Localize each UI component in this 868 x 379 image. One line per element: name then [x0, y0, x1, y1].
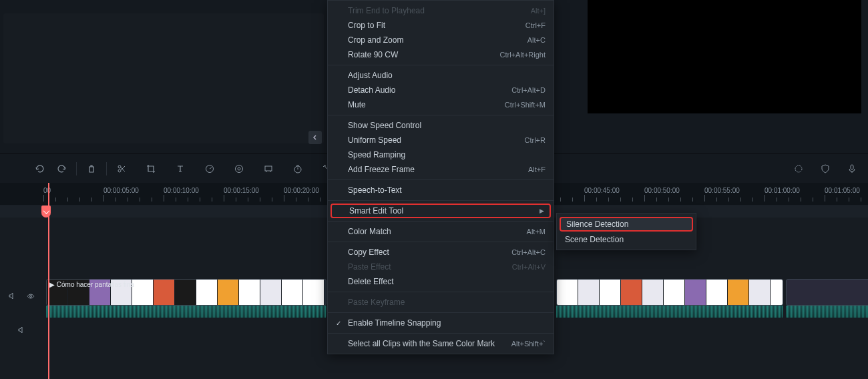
shield-icon[interactable] [816, 159, 835, 178]
ruler-mark: 00:01:00:00 [765, 187, 800, 194]
mic-icon[interactable] [843, 159, 861, 178]
menu-item-trim-end-to-playhead: Trim End to PlayheadAlt+] [328, 3, 554, 18]
menu-shortcut: Ctrl+Alt+C [511, 248, 546, 256]
video-clip-right[interactable] [556, 279, 783, 306]
submenu-item-silence-detection[interactable]: Silence Detection [560, 217, 693, 232]
menu-label: Add Freeze Frame [348, 165, 528, 174]
ruler-mark: 00:01:05:00 [825, 187, 860, 194]
ruler-mark: 00:00:05:00 [103, 187, 139, 194]
submenu-item-scene-detection[interactable]: Scene Detection [557, 232, 696, 247]
menu-label: Speed Ramping [348, 150, 546, 159]
video-clip-far[interactable] [786, 279, 868, 306]
clip-label: ▶ Cómo hacer pantallas fina [49, 281, 134, 288]
menu-item-color-match[interactable]: Color MatchAlt+M [328, 224, 554, 239]
menu-separator [328, 200, 554, 201]
menu-separator [328, 292, 554, 292]
menu-label: Trim End to Playhead [348, 6, 531, 15]
menu-shortcut: Ctrl+F [525, 21, 546, 29]
ruler-mark: 00:00:20:00 [284, 187, 319, 194]
menu-item-crop-to-fit[interactable]: Crop to FitCtrl+F [328, 18, 554, 33]
menu-item-uniform-speed[interactable]: Uniform SpeedCtrl+R [328, 133, 554, 147]
menu-shortcut: Ctrl+R [525, 136, 546, 144]
menu-label: Detach Audio [348, 85, 511, 95]
svg-point-2 [118, 169, 121, 172]
render-icon[interactable] [789, 159, 808, 178]
menu-label: Adjust Audio [348, 71, 546, 80]
svg-point-1 [118, 165, 121, 168]
menu-label: Color Match [348, 227, 527, 236]
menu-shortcut: Alt+M [527, 228, 546, 236]
menu-shortcut: Ctrl+Alt+D [511, 86, 546, 94]
preview-video[interactable] [588, 0, 861, 113]
svg-point-5 [238, 167, 240, 170]
menu-shortcut: Alt+] [531, 7, 546, 15]
menu-label: Smart Edit Tool [349, 206, 539, 216]
timer-button[interactable] [288, 159, 307, 178]
svg-point-4 [236, 165, 243, 172]
color-button[interactable] [230, 159, 248, 178]
ruler-mark: 00:00:15:00 [224, 187, 259, 194]
ruler-mark: 00:00:10:00 [164, 187, 199, 194]
menu-separator [328, 65, 554, 65]
video-clip[interactable]: ▶ Cómo hacer pantallas fina [46, 279, 327, 306]
audio-waveform[interactable] [46, 306, 327, 318]
menu-item-add-freeze-frame[interactable]: Add Freeze FrameAlt+F [328, 162, 554, 177]
menu-item-crop-and-zoom[interactable]: Crop and ZoomAlt+C [328, 33, 554, 47]
audio-mute-icon[interactable] [17, 326, 26, 334]
menu-label: Delete Effect [348, 277, 546, 286]
menu-label: Crop and Zoom [348, 35, 527, 45]
menu-label: Copy Effect [348, 248, 511, 257]
svg-rect-6 [265, 166, 272, 171]
menu-item-delete-effect[interactable]: Delete Effect [328, 274, 554, 289]
marker-button[interactable] [259, 159, 278, 178]
menu-item-detach-audio[interactable]: Detach AudioCtrl+Alt+D [328, 83, 554, 97]
menu-label: Speech-to-Text [348, 185, 546, 195]
menu-shortcut: Ctrl+Shift+M [505, 101, 546, 109]
menu-shortcut: Alt+Shift+` [511, 340, 546, 348]
menu-item-speed-ramping[interactable]: Speed Ramping [328, 147, 554, 162]
visibility-icon[interactable] [26, 292, 35, 301]
menu-label: Rotate 90 CW [348, 50, 500, 59]
menu-label: Show Speed Control [348, 121, 546, 130]
context-menu: Trim End to PlayheadAlt+]Crop to FitCtrl… [327, 0, 554, 354]
menu-separator [328, 179, 554, 180]
menu-separator [328, 115, 554, 115]
smart-edit-submenu: Silence DetectionScene Detection [556, 213, 696, 250]
menu-label: Mute [348, 100, 505, 109]
ruler-mark: 00:00:50:00 [644, 187, 680, 194]
audio-waveform-right[interactable] [556, 306, 783, 318]
menu-item-copy-effect[interactable]: Copy EffectCtrl+Alt+C [328, 245, 554, 260]
redo-button[interactable] [52, 159, 71, 178]
undo-button[interactable] [31, 159, 49, 178]
speed-dial-icon[interactable] [200, 159, 219, 178]
menu-item-rotate-90-cw[interactable]: Rotate 90 CWCtrl+Alt+Right [328, 47, 554, 62]
menu-separator [328, 312, 554, 313]
menu-shortcut: Alt+C [527, 36, 546, 44]
svg-point-11 [30, 295, 32, 297]
menu-item-mute[interactable]: MuteCtrl+Shift+M [328, 97, 554, 112]
menu-label: Paste Keyframe [348, 298, 546, 307]
text-button[interactable] [171, 159, 190, 178]
collapse-panel-button[interactable] [308, 131, 322, 144]
crop-button[interactable] [142, 159, 160, 178]
mute-icon[interactable] [8, 292, 17, 300]
chevron-right-icon: ▶ [539, 208, 544, 214]
media-panel-content [3, 13, 324, 143]
svg-rect-10 [851, 165, 853, 169]
menu-item-select-all-clips-with-the-same-color-mark[interactable]: Select all Clips with the Same Color Mar… [328, 336, 554, 351]
menu-separator [328, 242, 554, 242]
delete-button[interactable] [82, 159, 101, 178]
menu-item-enable-timeline-snapping[interactable]: ✓Enable Timeline Snapping [328, 316, 554, 330]
svg-point-9 [795, 165, 802, 172]
playhead-handle[interactable] [41, 206, 51, 218]
audio-waveform-far[interactable] [786, 306, 868, 318]
menu-item-paste-keyframe: Paste Keyframe [328, 295, 554, 310]
menu-label: Select all Clips with the Same Color Mar… [348, 339, 511, 348]
menu-item-speech-to-text[interactable]: Speech-to-Text [328, 183, 554, 198]
menu-item-show-speed-control[interactable]: Show Speed Control [328, 118, 554, 133]
menu-label: Crop to Fit [348, 21, 525, 30]
svg-point-3 [206, 165, 214, 172]
menu-item-adjust-audio[interactable]: Adjust Audio [328, 68, 554, 83]
split-button[interactable] [112, 159, 131, 178]
menu-item-smart-edit-tool[interactable]: Smart Edit Tool▶ [331, 204, 551, 218]
